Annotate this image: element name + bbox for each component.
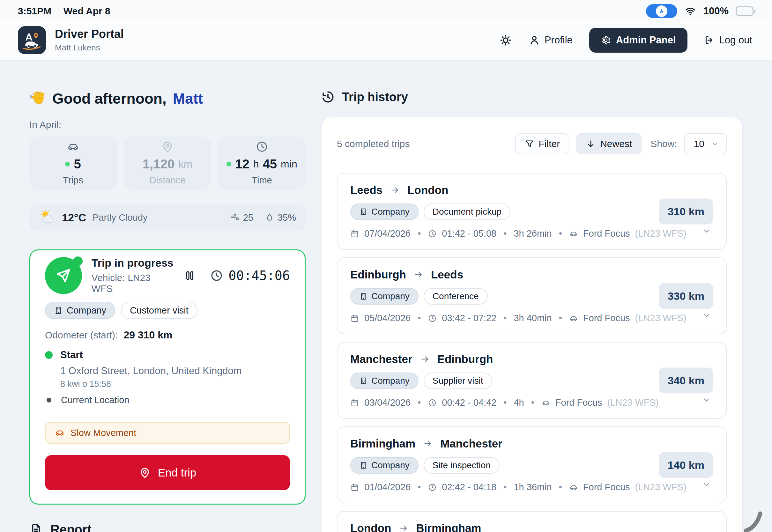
odometer-value: 29 310 km: [123, 329, 172, 341]
chevron-down-icon: [711, 140, 719, 148]
green-dot: [226, 162, 231, 166]
car-icon: [569, 483, 578, 492]
trip-history-item[interactable]: Edinburgh Leeds Company: [337, 257, 727, 334]
building-icon: [359, 208, 367, 216]
partly-cloudy-emoji: [39, 209, 56, 226]
profile-button[interactable]: Profile: [527, 34, 575, 46]
weather-temp: 12°C: [62, 211, 86, 224]
category-badge: Company: [350, 457, 419, 474]
trip-time-range: 03:42 - 07:22: [442, 313, 496, 323]
trip-history-item[interactable]: Birmingham Manchester Company: [337, 426, 727, 503]
distance-badge: 140 km: [659, 452, 713, 478]
current-location-dot: [47, 398, 51, 403]
building-icon: [359, 292, 367, 300]
pause-trip-button[interactable]: [184, 269, 196, 282]
clock-icon: [428, 229, 437, 238]
trip-time-range: 01:42 - 05:08: [442, 228, 496, 239]
end-trip-button[interactable]: End trip: [45, 455, 290, 490]
trip-destination: Birmingham: [416, 522, 481, 532]
logout-icon: [704, 35, 715, 46]
trip-plate: (LN23 WFS): [635, 228, 687, 239]
car-icon: [67, 140, 79, 153]
theme-toggle-button[interactable]: [499, 34, 512, 47]
map-pin-icon: [161, 140, 174, 153]
user-icon: [529, 34, 540, 46]
expand-trip-button[interactable]: [702, 480, 711, 489]
car-icon: [569, 229, 578, 238]
pause-icon: [184, 269, 196, 282]
waving-hand-emoji: [29, 90, 46, 107]
calendar-icon: [350, 483, 359, 492]
logout-button[interactable]: Log out: [702, 34, 754, 46]
loading-spinner-arc: [742, 510, 770, 532]
admin-panel-button[interactable]: Admin Panel: [589, 28, 687, 53]
trip-destination: London: [407, 184, 448, 196]
trip-time-range: 02:42 - 04:18: [442, 482, 496, 492]
weather-card: 12°C Partly Cloudy 25 35%: [29, 204, 306, 231]
clock-icon: [428, 398, 437, 407]
navigation-icon: [45, 257, 82, 294]
trip-plate: (LN23 WFS): [635, 313, 687, 323]
trip-origin: Birmingham: [350, 437, 415, 450]
map-pin-icon: [139, 467, 151, 479]
trip-vehicle: Ford Focus: [583, 482, 630, 492]
arrow-right-icon: [414, 270, 423, 279]
trip-duration: 3h 40min: [514, 313, 552, 323]
show-label: Show:: [650, 138, 677, 149]
trip-duration: 1h 36min: [514, 482, 552, 492]
trip-destination: Manchester: [440, 437, 502, 450]
purpose-badge: Site inspection: [424, 457, 500, 474]
gear-icon: [601, 35, 611, 45]
trip-destination: Leeds: [431, 268, 463, 281]
trip-history-item[interactable]: Leeds London Company: [337, 173, 727, 250]
trip-duration: 4h: [514, 397, 524, 408]
trip-date: 07/04/2026: [364, 228, 411, 239]
period-label: In April:: [29, 119, 306, 130]
navigation-arrow-icon: [656, 5, 667, 17]
history-clock-icon: [321, 90, 335, 104]
clock-icon: [210, 269, 223, 282]
stat-card-distance: 1,120km Distance: [124, 137, 211, 189]
greeting-user-name: Matt: [173, 90, 203, 107]
chevron-down-icon: [702, 311, 711, 320]
trip-history-item[interactable]: London Birmingham Company: [337, 511, 727, 532]
battery-percent: 100%: [703, 5, 729, 17]
green-dot: [65, 162, 70, 166]
trip-date: 05/04/2026: [364, 313, 411, 323]
expand-trip-button[interactable]: [702, 226, 711, 236]
trip-meta-row: 05/04/2026 • 03:42 - 07:22 • 3h 40min •: [350, 313, 713, 323]
wind-metric: 25: [230, 212, 253, 223]
trip-meta-row: 03/04/2026 • 00:42 - 04:42 • 4h •: [350, 397, 713, 408]
start-address: 1 Oxford Street, London, United Kingdom: [60, 365, 290, 377]
sort-button[interactable]: Newest: [576, 133, 642, 154]
status-date: Wed Apr 8: [63, 6, 110, 17]
trip-duration: 3h 26min: [514, 228, 552, 239]
arrow-right-icon: [399, 523, 408, 532]
report-section-heading: Report: [29, 522, 306, 532]
start-time: 8 kwi o 15:58: [60, 379, 290, 389]
stat-card-trips: 5 Trips: [29, 137, 117, 189]
trip-timeline: Start 1 Oxford Street, London, United Ki…: [45, 349, 290, 405]
trip-plate: (LN23 WFS): [607, 397, 658, 408]
page-size-select[interactable]: 10: [684, 133, 727, 154]
chevron-down-icon: [702, 226, 711, 236]
category-badge: Company: [350, 288, 419, 305]
clock-icon: [428, 314, 437, 323]
humidity-icon: [265, 213, 274, 222]
odometer-row: Odometer (start): 29 310 km: [45, 329, 290, 341]
wifi-icon: [684, 6, 696, 17]
expand-trip-button[interactable]: [702, 395, 711, 405]
building-icon: [359, 461, 367, 469]
arrow-down-icon: [586, 139, 596, 149]
trip-vehicle: Ford Focus: [583, 228, 630, 239]
filter-button[interactable]: Filter: [515, 133, 570, 154]
car-icon: [569, 314, 578, 323]
purpose-badge: Supplier visit: [424, 373, 492, 389]
humidity-metric: 35%: [265, 212, 296, 223]
expand-trip-button[interactable]: [702, 311, 711, 320]
status-time: 3:51PM: [18, 6, 51, 17]
app-header: A Driver Portal Matt Lukens Profile: [0, 20, 772, 61]
page-title: Driver Portal: [55, 28, 124, 41]
building-icon: [359, 377, 367, 385]
trip-history-item[interactable]: Manchester Edinburgh Company: [337, 342, 727, 419]
